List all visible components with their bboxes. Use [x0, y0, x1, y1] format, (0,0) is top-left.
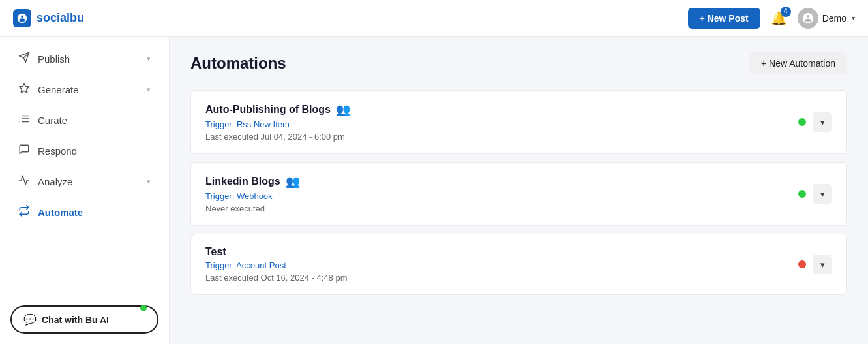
group-icon-1: 👥	[286, 174, 300, 189]
chat-online-dot	[140, 305, 147, 311]
sidebar-label-automate: Automate	[38, 207, 83, 218]
publish-icon	[18, 52, 30, 66]
group-icon-0: 👥	[336, 102, 350, 117]
analyze-icon	[18, 174, 30, 189]
expand-button-0[interactable]: ▾	[813, 112, 832, 132]
svg-marker-2	[20, 84, 29, 93]
sidebar-label-analyze: Analyze	[38, 176, 72, 187]
new-automation-button[interactable]: + New Automation	[749, 52, 847, 74]
user-name: Demo	[822, 13, 846, 23]
brand-logo[interactable]: socialbu	[13, 9, 84, 27]
chat-with-bu-ai-button[interactable]: 💬 Chat with Bu AI	[10, 305, 158, 334]
card-title-0: Auto-Publishing of Blogs 👥	[205, 102, 350, 117]
status-dot-2	[798, 260, 806, 268]
chat-label: Chat with Bu AI	[42, 315, 109, 325]
generate-chevron-icon: ▾	[147, 86, 151, 94]
respond-icon	[18, 144, 30, 158]
card-executed-2: Last executed Oct 16, 2024 - 4:48 pm	[205, 273, 348, 283]
sidebar-item-respond[interactable]: Respond	[5, 136, 164, 166]
card-title-1: Linkedin Blogs 👥	[205, 174, 300, 189]
card-info-0: Auto-Publishing of Blogs 👥 Trigger: Rss …	[205, 102, 350, 142]
card-trigger-0: Trigger: Rss New Item	[205, 119, 350, 129]
curate-icon	[18, 113, 30, 127]
sidebar-item-generate[interactable]: Generate ▾	[5, 74, 164, 104]
status-dot-0	[798, 118, 806, 126]
layout: Publish ▾ Generate ▾ Curate	[0, 37, 868, 344]
topnav-right: + New Post 🔔 4 Demo ▾	[688, 8, 855, 29]
status-dot-1	[798, 190, 806, 198]
analyze-chevron-icon: ▾	[147, 178, 151, 186]
page-title: Automations	[190, 54, 286, 72]
card-info-1: Linkedin Blogs 👥 Trigger: Webhook Never …	[205, 174, 300, 213]
automate-icon	[18, 205, 30, 219]
card-executed-0: Last executed Jul 04, 2024 - 6:00 pm	[205, 132, 350, 142]
generate-icon	[18, 82, 30, 97]
card-trigger-2: Trigger: Account Post	[205, 260, 348, 270]
sidebar-label-generate: Generate	[38, 84, 79, 95]
sidebar-nav: Publish ▾ Generate ▾ Curate	[0, 43, 169, 298]
sidebar-label-curate: Curate	[38, 115, 67, 126]
card-executed-1: Never executed	[205, 204, 300, 213]
brand-icon	[13, 9, 31, 27]
card-info-2: Test Trigger: Account Post Last executed…	[205, 246, 348, 283]
sidebar-item-publish[interactable]: Publish ▾	[5, 44, 164, 74]
topnav: socialbu + New Post 🔔 4 Demo ▾	[0, 0, 868, 37]
automation-card-1: Linkedin Blogs 👥 Trigger: Webhook Never …	[190, 162, 847, 226]
card-trigger-1: Trigger: Webhook	[205, 191, 300, 201]
sidebar-item-analyze[interactable]: Analyze ▾	[5, 166, 164, 196]
sidebar-item-automate[interactable]: Automate	[5, 197, 164, 227]
chat-icon: 💬	[23, 313, 37, 326]
automation-card-0: Auto-Publishing of Blogs 👥 Trigger: Rss …	[190, 90, 847, 154]
notification-badge: 4	[781, 7, 791, 17]
sidebar-label-publish: Publish	[38, 54, 70, 65]
sidebar-label-respond: Respond	[38, 146, 77, 157]
sidebar: Publish ▾ Generate ▾ Curate	[0, 37, 170, 344]
user-menu-chevron-icon: ▾	[852, 14, 855, 22]
user-menu[interactable]: Demo ▾	[798, 8, 855, 29]
avatar	[798, 8, 818, 29]
new-post-button[interactable]: + New Post	[688, 8, 760, 29]
main-content: Automations + New Automation Auto-Publis…	[170, 37, 868, 344]
card-right-2: ▾	[798, 255, 832, 274]
expand-button-2[interactable]: ▾	[813, 255, 832, 274]
publish-chevron-icon: ▾	[147, 55, 151, 63]
brand-name: socialbu	[37, 11, 84, 25]
card-right-1: ▾	[798, 184, 832, 204]
notification-bell[interactable]: 🔔 4	[771, 10, 787, 26]
card-title-2: Test	[205, 246, 348, 258]
expand-button-1[interactable]: ▾	[813, 184, 832, 204]
page-header: Automations + New Automation	[190, 52, 847, 74]
automation-card-2: Test Trigger: Account Post Last executed…	[190, 234, 847, 295]
card-right-0: ▾	[798, 112, 832, 132]
sidebar-item-curate[interactable]: Curate	[5, 105, 164, 135]
